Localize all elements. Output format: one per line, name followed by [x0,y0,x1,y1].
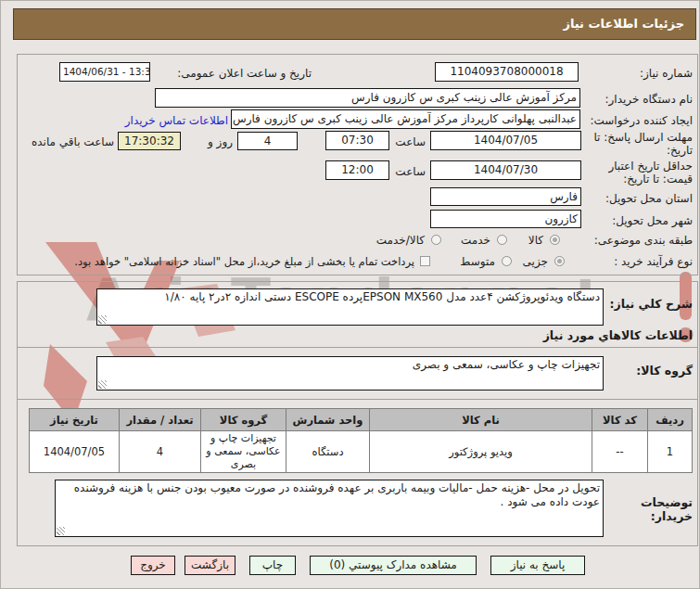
respond-to-need-button[interactable]: پاسخ به نیاز [490,556,585,575]
classification-radio-goods[interactable] [550,235,560,245]
price-validity-time-label: ساعت [395,165,426,178]
remaining-days-field[interactable]: 4 [237,132,298,150]
classification-label: طبقه بندی موضوعی: [594,234,693,247]
goods-table: ردیف کد کالا نام کالا واحد شمارش گروه کا… [29,408,693,473]
announce-datetime-field[interactable]: 1404/06/31 - 13:37 [59,62,150,82]
need-description-textarea[interactable]: دستگاه ویدئوپروژکشن ۴عدد مدل EPSON MX560… [96,288,604,326]
price-validity-date-field[interactable]: 1404/07/30 [430,160,581,180]
cell-item-code: -- [592,431,648,473]
need-description-text: دستگاه ویدئوپروژکشن ۴عدد مدل EPSON MX560… [164,290,600,303]
remaining-time-field: 17:30:32 [118,132,181,150]
need-number-label: شماره نیاز: [640,67,693,80]
classification-option-goods-label: کالا [528,234,543,247]
cell-row-number: 1 [648,431,693,473]
buyer-notes-label: توضیحات خریدار: [635,495,693,523]
process-type-option-medium-label: متوسط [460,255,495,268]
need-description-label: شرح کلي نياز: [610,297,693,311]
goods-group-label: گروه کالا: [636,364,693,378]
goods-table-header-row: ردیف کد کالا نام کالا واحد شمارش گروه کا… [30,409,693,431]
cell-need-date: 1404/07/05 [30,431,120,473]
request-creator-label: ایجاد کننده درخواست: [590,114,693,127]
province-field[interactable]: فارس [430,187,581,206]
col-item-name: نام کالا [370,409,592,431]
city-field[interactable]: کازرون [430,210,581,228]
process-type-radio-medium[interactable] [502,256,512,266]
cell-quantity: 4 [120,431,201,473]
section-divider [18,347,697,348]
classification-radio-goods-service[interactable] [431,235,441,245]
cell-item-name: ویدیو پروژکتور [370,431,592,473]
col-item-group: گروه کالا [201,409,286,431]
back-button[interactable]: بازگشت [185,556,235,575]
view-attachments-button[interactable]: مشاهده مدارک پیوستي (0) [310,556,477,575]
classification-radio-service[interactable] [497,235,507,245]
col-count-unit: واحد شمارش [286,409,370,431]
response-deadline-label: مهلت ارسال پاسخ: تا تاریخ: [581,131,693,157]
process-type-label: نوع فرآیند خرید : [614,255,693,268]
announce-datetime-label: تاریخ و ساعت اعلان عمومی: [177,67,312,80]
need-details-window: AriaTender.net جزئیات اطلاعات نیاز شماره… [0,0,700,589]
classification-option-service-label: خدمت [461,234,490,247]
classification-option-goods-service-label: کالا/خدمت [376,234,425,247]
need-number-field[interactable]: 1104093708000018 [435,62,579,82]
resize-handle-icon[interactable] [98,380,107,389]
treasury-payment-checkbox[interactable] [420,256,430,266]
price-validity-time-field[interactable]: 12:00 [325,160,389,180]
province-label: استان محل تحویل: [605,192,693,205]
goods-group-text: تجهیزات چاپ و عکاسی، سمعی و بصری [413,358,600,371]
print-button[interactable]: چاپ [249,556,296,575]
col-row-number: ردیف [648,409,693,431]
section-divider [18,399,697,400]
buyer-org-label: نام دستگاه خریدار: [605,93,694,106]
page-title: جزئیات اطلاعات نیاز [13,8,696,40]
response-deadline-date-field[interactable]: 1404/07/05 [430,131,581,150]
buyer-org-field[interactable]: مرکز آموزش عالی زینب کبری س کازرون فارس [155,88,580,108]
process-type-radio-minor[interactable] [554,256,565,266]
goods-table-row: 1 -- ویدیو پروژکتور دستگاه تجهیزات چاپ و… [30,431,693,473]
response-deadline-time-field[interactable]: 07:30 [325,131,389,150]
process-type-option-minor-label: جزیی [523,255,548,268]
goods-group-textarea[interactable]: تجهیزات چاپ و عکاسی، سمعی و بصری [96,356,604,391]
treasury-payment-checkbox-label: پرداخت تمام یا بخشی از مبلغ خرید،از محل … [74,255,414,268]
col-item-code: کد کالا [592,409,648,431]
remaining-days-label: روز و [208,135,233,148]
response-deadline-time-label: ساعت [395,135,426,148]
exit-button[interactable]: خروج [131,556,175,575]
col-quantity: تعداد / مقدار [120,409,201,431]
resize-handle-icon[interactable] [57,527,65,535]
col-need-date: تاریخ نیاز [30,409,120,431]
request-creator-field[interactable]: عبدالنبی پهلوانی کارپرداز مرکز آموزش عال… [231,109,580,129]
price-validity-label: حداقل تاریخ اعتبار قیمت: تا تاریخ: [586,160,693,186]
city-label: شهر محل تحویل: [612,214,693,227]
goods-section-header: اطلاعات کالاهاي مورد نياز [543,328,693,342]
cell-item-group: تجهیزات چاپ و عکاسی، سمعی و بصری [201,431,286,473]
remaining-suffix-label: ساعت باقي مانده [32,135,114,148]
cell-count-unit: دستگاه [286,431,370,473]
buyer-notes-textarea[interactable]: تحویل در محل -هزینه حمل -مالیات وبیمه با… [55,480,604,537]
buyer-contact-link[interactable]: اطلاعات تماس خریدار [125,114,228,127]
resize-handle-icon[interactable] [98,315,107,324]
buyer-notes-text: تحویل در محل -هزینه حمل -مالیات وبیمه با… [74,481,600,508]
